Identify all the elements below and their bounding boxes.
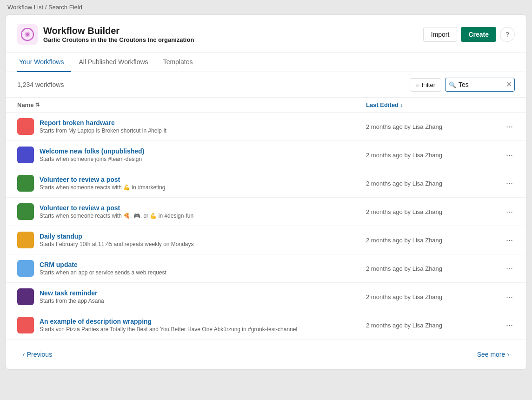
workflow-description: Starts when an app or service sends a we…: [40, 269, 366, 276]
workflow-info: Report broken hardware Starts from My La…: [40, 119, 366, 134]
svg-point-2: [26, 33, 29, 36]
header-actions: Import Create ?: [423, 27, 515, 42]
workflow-last-edited: 2 months ago by Lisa Zhang: [366, 293, 496, 300]
workflow-last-edited: 2 months ago by Lisa Zhang: [366, 123, 496, 130]
more-options-button[interactable]: ···: [504, 262, 515, 274]
workflow-name: New task reminder: [40, 289, 366, 297]
next-arrow-icon: ›: [507, 351, 509, 358]
workflow-description: Starts when someone reacts with 🍕, 🎮, or…: [40, 213, 366, 219]
name-column-header[interactable]: Name ⇅: [17, 101, 366, 108]
table-row[interactable]: Volunteer to review a post Starts when s…: [6, 198, 526, 226]
workflow-description: Starts February 10th at 11:45 and repeat…: [40, 241, 366, 247]
filter-button[interactable]: ≡ Filter: [410, 78, 441, 92]
workflow-name: Daily standup: [40, 233, 366, 240]
workflow-description: Starts when someone reacts with 💪 in #ma…: [40, 184, 366, 191]
workflow-actions: ···: [496, 234, 515, 246]
table-row[interactable]: An example of description wrapping Start…: [6, 311, 526, 340]
search-icon: 🔍: [449, 81, 456, 88]
filter-icon: ≡: [416, 81, 419, 88]
workflow-icon: [17, 118, 34, 135]
workflow-actions: ···: [496, 262, 515, 274]
workflow-description: Starts from the app Asana: [40, 298, 366, 304]
name-header-label: Name: [17, 101, 33, 108]
org-name: Croutons Inc: [119, 36, 156, 43]
workflow-icon: [17, 175, 34, 192]
header-title: Workflow Builder Garlic Croutons in the …: [43, 26, 194, 43]
workflow-info: An example of description wrapping Start…: [40, 318, 366, 333]
workflow-icon: [17, 260, 34, 277]
workflow-info: Volunteer to review a post Starts when s…: [40, 204, 366, 219]
workflow-name: CRM update: [40, 261, 366, 268]
last-edited-sort-icon: ↓: [400, 102, 403, 108]
tab-templates[interactable]: Templates: [156, 53, 200, 72]
previous-label: Previous: [27, 351, 52, 358]
app-logo: [17, 24, 38, 45]
more-options-button[interactable]: ···: [504, 291, 515, 303]
workflow-description: Starts from My Laptop is Broken shortcut…: [40, 127, 366, 134]
workflow-icon: [17, 147, 34, 163]
workflow-last-edited: 2 months ago by Lisa Zhang: [366, 322, 496, 329]
last-edited-header-label: Last Edited: [366, 101, 399, 108]
workflow-name: Report broken hardware: [40, 119, 366, 127]
workflow-last-edited: 2 months ago by Lisa Zhang: [366, 180, 496, 187]
workflow-name: An example of description wrapping: [40, 318, 366, 325]
workflow-actions: ···: [496, 206, 515, 218]
main-card: Workflow Builder Garlic Croutons in the …: [6, 14, 526, 370]
previous-button[interactable]: ‹ Previous: [17, 347, 58, 362]
workflow-description: Starts when someone joins #team-design: [40, 156, 366, 162]
name-sort-icon: ⇅: [35, 102, 40, 108]
more-options-button[interactable]: ···: [504, 120, 515, 133]
import-button[interactable]: Import: [423, 27, 458, 42]
table-row[interactable]: Report broken hardware Starts from My La…: [6, 113, 526, 141]
workflow-last-edited: 2 months ago by Lisa Zhang: [366, 208, 496, 215]
create-button[interactable]: Create: [461, 27, 496, 42]
workflow-icon: [17, 203, 34, 220]
search-clear-button[interactable]: ✕: [506, 81, 512, 88]
workflow-actions: ···: [496, 120, 515, 133]
table-row[interactable]: New task reminder Starts from the app As…: [6, 283, 526, 311]
see-more-label: See more: [477, 351, 505, 358]
filter-label: Filter: [422, 81, 435, 88]
tab-all-published[interactable]: All Published Workflows: [71, 53, 155, 72]
workflow-info: Daily standup Starts February 10th at 11…: [40, 233, 366, 247]
workflow-info: New task reminder Starts from the app As…: [40, 289, 366, 304]
table-row[interactable]: CRM update Starts when an app or service…: [6, 254, 526, 283]
workflow-last-edited: 2 months ago by Lisa Zhang: [366, 237, 496, 244]
workflow-actions: ···: [496, 149, 515, 161]
workflow-description: Starts von Pizza Parties are Totally the…: [40, 326, 366, 333]
more-options-button[interactable]: ···: [504, 149, 515, 161]
header: Workflow Builder Garlic Croutons in the …: [6, 15, 526, 53]
workflow-last-edited: 2 months ago by Lisa Zhang: [366, 152, 496, 159]
prev-arrow-icon: ‹: [23, 351, 25, 358]
workflow-last-edited: 2 months ago by Lisa Zhang: [366, 265, 496, 272]
more-options-button[interactable]: ···: [504, 206, 515, 218]
more-options-button[interactable]: ···: [504, 319, 515, 331]
table-row[interactable]: Welcome new folks (unpublished) Starts w…: [6, 141, 526, 169]
org-info: Garlic Croutons in the the Croutons Inc …: [43, 36, 194, 43]
workflow-actions: ···: [496, 177, 515, 189]
table-row[interactable]: Daily standup Starts February 10th at 11…: [6, 226, 526, 254]
app-title: Workflow Builder: [43, 26, 194, 36]
workflow-icon: [17, 317, 34, 333]
workflow-name: Volunteer to review a post: [40, 176, 366, 183]
workflow-icon: [17, 232, 34, 248]
table-header: Name ⇅ Last Edited ↓: [6, 98, 526, 113]
more-options-button[interactable]: ···: [504, 234, 515, 246]
workflow-info: Welcome new folks (unpublished) Starts w…: [40, 147, 366, 162]
see-more-button[interactable]: See more ›: [472, 347, 515, 362]
workflow-info: CRM update Starts when an app or service…: [40, 261, 366, 276]
workflow-name: Welcome new folks (unpublished): [40, 147, 366, 155]
more-options-button[interactable]: ···: [504, 177, 515, 189]
help-button[interactable]: ?: [500, 27, 515, 42]
breadcrumb: Workflow List / Search Field: [0, 0, 532, 14]
toolbar: 1,234 workflows ≡ Filter 🔍 ✕: [6, 72, 526, 98]
table-row[interactable]: Volunteer to review a post Starts when s…: [6, 169, 526, 198]
workflow-name: Volunteer to review a post: [40, 204, 366, 212]
search-wrapper: 🔍 ✕: [445, 78, 515, 92]
workflow-actions: ···: [496, 319, 515, 331]
last-edited-column-header[interactable]: Last Edited ↓: [366, 101, 496, 108]
tab-your-workflows[interactable]: Your Workflows: [17, 53, 71, 72]
workflow-icon: [17, 288, 34, 305]
workflow-info: Volunteer to review a post Starts when s…: [40, 176, 366, 191]
pagination: ‹ Previous See more ›: [6, 340, 526, 369]
